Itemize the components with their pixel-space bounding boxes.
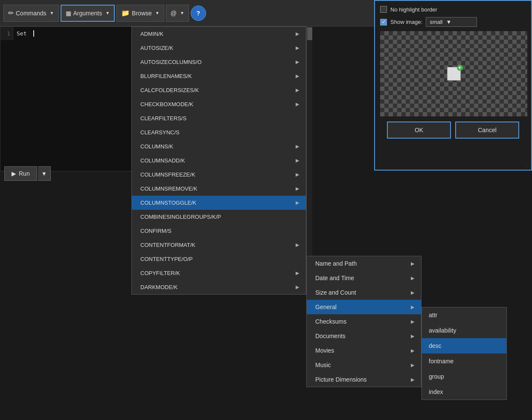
submenu1-item-date-and-time[interactable]: Date and Time▶ — [307, 271, 421, 285]
show-image-label: Show image: — [390, 19, 422, 25]
menu-item-clearfilters-s[interactable]: CLEARFILTERS/S — [132, 111, 306, 125]
submenu-arrow-icon: ▶ — [411, 319, 414, 324]
commands-button[interactable]: ✏ Commands ▼ — [3, 5, 59, 22]
menu-item-combinesinglegroups-k-p[interactable]: COMBINESINGLEGROUPS/K/P — [132, 210, 306, 224]
show-image-dropdown[interactable]: small ▼ — [426, 17, 477, 27]
run-button[interactable]: ▶ Run — [4, 166, 37, 181]
arguments-icon: ▦ — [66, 10, 71, 17]
submenu1-item-documents[interactable]: Documents▶ — [307, 329, 421, 343]
cancel-button[interactable]: Cancel — [455, 122, 519, 139]
submenu1-item-name-and-path[interactable]: Name and Path▶ — [307, 256, 421, 271]
submenu1-item-movies[interactable]: Movies▶ — [307, 343, 421, 358]
submenu1-item-label: Name and Path — [315, 260, 357, 267]
submenu-arrow-icon: ▶ — [296, 144, 299, 149]
submenu-arrow-icon: ▶ — [411, 362, 414, 368]
menu-item-label: COLUMNSREMOVE/K — [140, 185, 198, 192]
menu-item-checkboxmode-k[interactable]: CHECKBOXMODE/K▶ — [132, 97, 306, 111]
menu-item-clearsync-s[interactable]: CLEARSYNC/S — [132, 125, 306, 139]
menu-item-label: COPYFILTER/K — [140, 270, 180, 276]
submenu2-item-availability[interactable]: availability — [422, 323, 506, 338]
preview-icon — [447, 67, 461, 81]
submenu2-item-fontname[interactable]: fontname — [422, 353, 506, 369]
submenu-arrow-icon: ▶ — [411, 333, 414, 339]
menu-item-label: CONFIRM/S — [140, 228, 172, 234]
submenu-arrow-icon: ▶ — [296, 101, 299, 107]
email-button[interactable]: @ ▼ — [166, 5, 189, 22]
submenu1-item-checksums[interactable]: Checksums▶ — [307, 314, 421, 329]
menu-item-label: CHECKBOXMODE/K — [140, 101, 193, 107]
submenu-arrow-icon: ▶ — [296, 158, 299, 163]
browse-folder-icon: 📁 — [121, 9, 130, 17]
show-image-checkbox[interactable]: ✓ — [380, 19, 387, 26]
submenu-arrow-icon: ▶ — [296, 31, 299, 37]
menu-item-blurfilenames-k[interactable]: BLURFILENAMES/K▶ — [132, 69, 306, 83]
submenu2-item-desc[interactable]: desc — [422, 338, 506, 353]
submenu-arrow-icon: ▶ — [411, 304, 414, 310]
arguments-button[interactable]: ▦ Arguments ▼ — [61, 5, 115, 22]
line-number-1: 1 — [3, 30, 10, 37]
menu-item-label: AUTOSIZECOLUMNS/O — [140, 59, 202, 65]
submenu1-item-label: Music — [315, 362, 331, 368]
menu-item-label: CLEARFILTERS/S — [140, 115, 186, 122]
run-dropdown-button[interactable]: ▼ — [38, 166, 51, 181]
menu-scrollbar[interactable] — [306, 26, 312, 257]
menu-item-columnsremove-k[interactable]: COLUMNSREMOVE/K▶ — [132, 182, 306, 196]
show-image-row: ✓ Show image: small ▼ — [380, 17, 526, 27]
ok-button[interactable]: OK — [387, 122, 451, 139]
submenu-arrow-icon: ▶ — [296, 87, 299, 93]
show-image-value: small — [430, 19, 442, 25]
submenu2-item-group[interactable]: group — [422, 369, 506, 384]
image-preview-area — [380, 31, 527, 116]
submenu1-item-size-and-count[interactable]: Size and Count▶ — [307, 285, 421, 300]
submenu1-item-label: Documents — [315, 333, 346, 339]
menu-item-columnsadd-k[interactable]: COLUMNSADD/K▶ — [132, 154, 306, 168]
browse-label: Browse — [132, 10, 152, 17]
editor-area[interactable]: 1 Set — [0, 26, 132, 171]
menu-item-copyfilter-k[interactable]: COPYFILTER/K▶ — [132, 266, 306, 280]
menu-item-admin-k[interactable]: ADMIN/K▶ — [132, 27, 306, 41]
submenu-arrow-icon: ▶ — [296, 73, 299, 79]
submenu1-item-label: Size and Count — [315, 289, 356, 296]
menu-item-autosizecolumns-o[interactable]: AUTOSIZECOLUMNS/O▶ — [132, 55, 306, 69]
menu-item-autosize-k[interactable]: AUTOSIZE/K▶ — [132, 41, 306, 55]
editor-text[interactable]: Set — [13, 27, 132, 40]
play-icon: ▶ — [12, 170, 16, 177]
menu-item-darkmode-k[interactable]: DARKMODE/K▶ — [132, 280, 306, 294]
submenu-arrow-icon: ▶ — [411, 261, 414, 266]
menu-item-label: CALCFOLDERSIZES/K — [140, 87, 199, 93]
menu-item-columnsfreeze-k[interactable]: COLUMNSFREEZE/K▶ — [132, 168, 306, 182]
menu-item-calcfoldersizes-k[interactable]: CALCFOLDERSIZES/K▶ — [132, 83, 306, 97]
columnstoggle-submenu: Name and Path▶Date and Time▶Size and Cou… — [306, 256, 422, 387]
help-button[interactable]: ? — [191, 6, 206, 21]
submenu-arrow-icon: ▶ — [296, 242, 299, 248]
submenu2-item-label: attr — [429, 312, 437, 319]
submenu1-item-picture-dimensions[interactable]: Picture Dimensions▶ — [307, 372, 421, 387]
submenu2-item-attr[interactable]: attr — [422, 307, 506, 323]
submenu1-item-music[interactable]: Music▶ — [307, 358, 421, 372]
commands-chevron-icon: ▼ — [50, 11, 54, 15]
submenu-arrow-icon: ▶ — [296, 172, 299, 177]
email-chevron-icon: ▼ — [180, 11, 184, 15]
no-highlight-checkbox[interactable] — [380, 6, 387, 13]
edit-icon: ✏ — [8, 9, 14, 17]
submenu-arrow-icon: ▶ — [411, 348, 414, 353]
menu-item-columns-k[interactable]: COLUMNS/K▶ — [132, 139, 306, 154]
submenu1-item-general[interactable]: General▶ — [307, 300, 421, 314]
submenu2-item-index[interactable]: index — [422, 384, 506, 400]
help-icon: ? — [197, 10, 201, 17]
submenu1-item-label: General — [315, 304, 337, 310]
menu-item-label: ADMIN/K — [140, 31, 163, 37]
submenu1-item-label: Date and Time — [315, 275, 354, 281]
submenu-arrow-icon: ▶ — [296, 186, 299, 191]
submenu2-item-label: availability — [429, 327, 456, 334]
menu-item-columnstoggle-k[interactable]: COLUMNSTOGGLE/K▶ — [132, 196, 306, 210]
resize-handle[interactable]: ⋱ — [524, 163, 529, 168]
run-label: Run — [19, 170, 30, 177]
scrollbar-thumb[interactable] — [307, 27, 312, 40]
menu-item-contentformat-k[interactable]: CONTENTFORMAT/K▶ — [132, 238, 306, 252]
browse-button[interactable]: 📁 Browse ▼ — [116, 5, 164, 22]
editor-content-text: Set — [17, 30, 30, 37]
menu-item-contenttype-o-p[interactable]: CONTENTTYPE/O/P — [132, 252, 306, 266]
menu-item-confirm-s[interactable]: CONFIRM/S — [132, 224, 306, 238]
submenu1-item-label: Picture Dimensions — [315, 376, 367, 383]
